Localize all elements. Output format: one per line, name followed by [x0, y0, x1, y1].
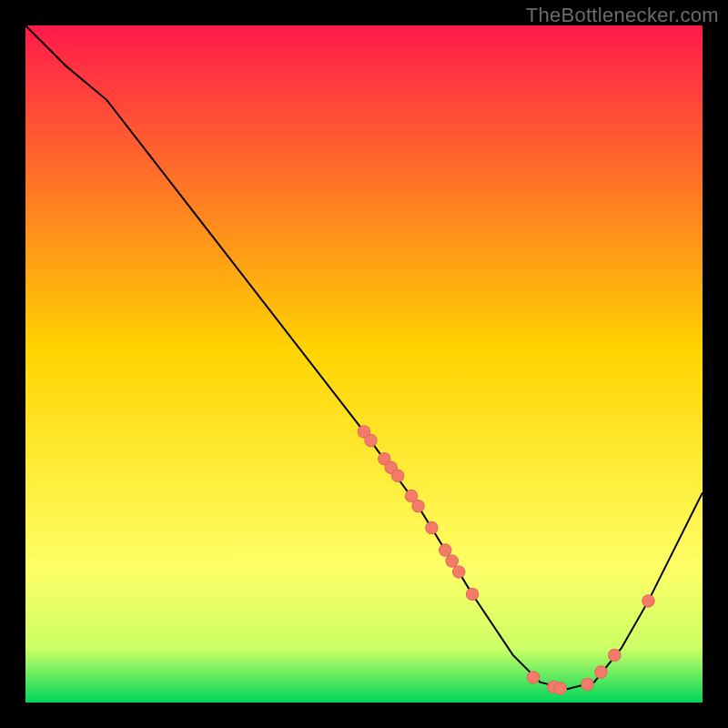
data-point	[440, 544, 451, 556]
data-point	[446, 555, 458, 567]
data-point	[466, 588, 478, 600]
data-point	[581, 678, 593, 690]
data-point	[595, 666, 607, 678]
attribution-label: TheBottlenecker.com	[526, 4, 719, 27]
data-point	[609, 649, 621, 661]
data-point	[426, 521, 438, 533]
plot-area	[25, 25, 703, 703]
plot-svg	[25, 25, 703, 703]
data-point	[642, 595, 654, 607]
data-point	[452, 566, 464, 578]
data-point	[365, 434, 377, 446]
data-point	[412, 500, 424, 512]
data-point	[554, 682, 566, 694]
data-point	[392, 470, 404, 481]
chart-canvas: TheBottlenecker.com	[0, 0, 728, 728]
data-point	[527, 672, 539, 683]
